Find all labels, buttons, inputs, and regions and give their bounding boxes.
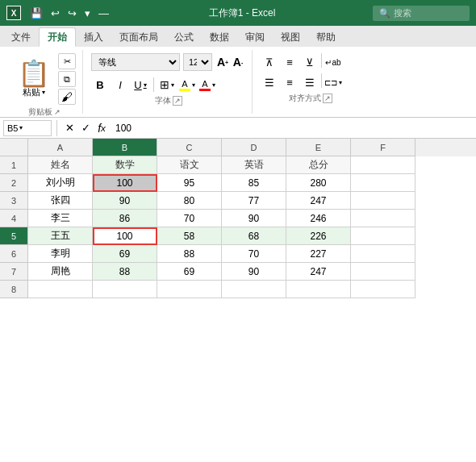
align-bottom-button[interactable]: ⊻ [301,53,319,71]
cell-d1[interactable]: 英语 [222,156,286,174]
tab-help[interactable]: 帮助 [308,27,344,47]
cell-c7[interactable]: 69 [157,263,222,281]
wrap-text-button[interactable]: ↵ab [324,53,342,71]
cell-f8[interactable] [351,281,415,298]
font-name-selector[interactable]: 等线 [91,53,180,71]
cut-button[interactable]: ✂ [58,53,76,69]
cell-a5[interactable]: 王五 [28,227,93,245]
cell-b3[interactable]: 90 [93,192,157,210]
tab-home[interactable]: 开始 [39,27,76,47]
undo-button[interactable]: ↩ [48,6,62,21]
cell-d4[interactable]: 90 [222,210,286,227]
quick-access-more[interactable]: ▾ [82,6,93,21]
cell-c8[interactable] [157,281,222,298]
cell-c5[interactable]: 58 [157,227,222,245]
row-header-7[interactable]: 7 [0,263,28,281]
fill-color-button[interactable]: A ▾ [178,76,196,94]
cell-e7[interactable]: 247 [286,263,351,281]
cell-a2[interactable]: 刘小明 [28,174,93,192]
cell-e6[interactable]: 227 [286,245,351,263]
underline-button[interactable]: U ▾ [132,76,149,94]
cell-a1[interactable]: 姓名 [28,156,93,174]
cell-f6[interactable] [351,245,415,263]
cell-b1[interactable]: 数学 [93,156,157,174]
cell-f3[interactable] [351,192,415,210]
tab-data[interactable]: 数据 [202,27,237,47]
cell-b6[interactable]: 69 [93,245,157,263]
cell-ref-dropdown-icon[interactable]: ▾ [19,124,23,131]
tab-file[interactable]: 文件 [3,27,39,47]
tab-formulas[interactable]: 公式 [166,27,202,47]
cell-b8[interactable] [93,281,157,298]
cell-b5[interactable]: 100 [93,227,157,245]
cell-c2[interactable]: 95 [157,174,222,192]
cell-f4[interactable] [351,210,415,227]
font-expand-icon[interactable]: ↗ [173,96,182,106]
tab-insert[interactable]: 插入 [76,27,111,47]
cell-d2[interactable]: 85 [222,174,286,192]
tab-page-layout[interactable]: 页面布局 [111,27,166,47]
paste-button[interactable]: 📋 粘贴 ▾ [13,57,55,102]
confirm-formula-button[interactable]: ✓ [78,121,93,135]
cell-f5[interactable] [351,227,415,245]
cell-b2[interactable]: 100 [93,174,157,192]
cell-e1[interactable]: 总分 [286,156,351,174]
merge-button[interactable]: ⊏⊐▾ [324,73,342,91]
font-size-selector[interactable]: 12 [183,53,212,71]
font-color-button[interactable]: A ▾ [198,76,216,94]
cell-f2[interactable] [351,174,415,192]
search-box[interactable]: 🔍 搜索 [373,6,470,21]
format-painter-button[interactable]: 🖌 [58,89,76,105]
col-header-c[interactable]: C [157,139,222,156]
cell-d3[interactable]: 77 [222,192,286,210]
cell-reference-box[interactable]: B5 ▾ [3,120,52,136]
cell-a7[interactable]: 周艳 [28,263,93,281]
cell-e4[interactable]: 246 [286,210,351,227]
redo-button[interactable]: ↪ [65,6,79,21]
row-header-1[interactable]: 1 [0,156,28,174]
row-header-6[interactable]: 6 [0,245,28,263]
cell-a8[interactable] [28,281,93,298]
tab-review[interactable]: 审阅 [237,27,273,47]
col-header-a[interactable]: A [28,139,93,156]
cell-e5[interactable]: 226 [286,227,351,245]
col-header-f[interactable]: F [351,139,415,156]
cell-b4[interactable]: 86 [93,210,157,227]
cell-d8[interactable] [222,281,286,298]
align-top-button[interactable]: ⊼ [261,53,278,71]
align-middle-button[interactable]: ≡ [281,53,299,71]
cell-f1[interactable] [351,156,415,174]
col-header-e[interactable]: E [286,139,351,156]
col-header-b[interactable]: B [93,139,157,156]
tab-view[interactable]: 视图 [273,27,308,47]
cell-e3[interactable]: 247 [286,192,351,210]
row-header-8[interactable]: 8 [0,281,28,298]
increase-font-button[interactable]: A+ [215,55,230,69]
cell-d7[interactable]: 90 [222,263,286,281]
cell-d5[interactable]: 68 [222,227,286,245]
row-header-2[interactable]: 2 [0,174,28,192]
align-left-button[interactable]: ☰ [261,73,278,91]
cell-c6[interactable]: 88 [157,245,222,263]
italic-button[interactable]: I [111,76,129,94]
insert-function-button[interactable]: fx [94,121,109,135]
clipboard-expand-icon[interactable]: ↗ [54,108,61,116]
cell-e8[interactable] [286,281,351,298]
cell-e2[interactable]: 280 [286,174,351,192]
borders-button[interactable]: ⊞▾ [158,76,176,94]
decrease-font-button[interactable]: A- [231,55,245,69]
col-header-d[interactable]: D [222,139,286,156]
formula-input[interactable] [112,123,473,134]
cell-d6[interactable]: 70 [222,245,286,263]
cell-a6[interactable]: 李明 [28,245,93,263]
align-right-button[interactable]: ☰ [301,73,319,91]
cell-c4[interactable]: 70 [157,210,222,227]
save-button[interactable]: 💾 [27,6,45,21]
minimize-button[interactable]: — [96,6,111,21]
cell-f7[interactable] [351,263,415,281]
row-header-3[interactable]: 3 [0,192,28,210]
copy-button[interactable]: ⧉ [58,71,76,87]
cancel-formula-button[interactable]: ✕ [62,121,77,135]
cell-c1[interactable]: 语文 [157,156,222,174]
cell-a3[interactable]: 张四 [28,192,93,210]
